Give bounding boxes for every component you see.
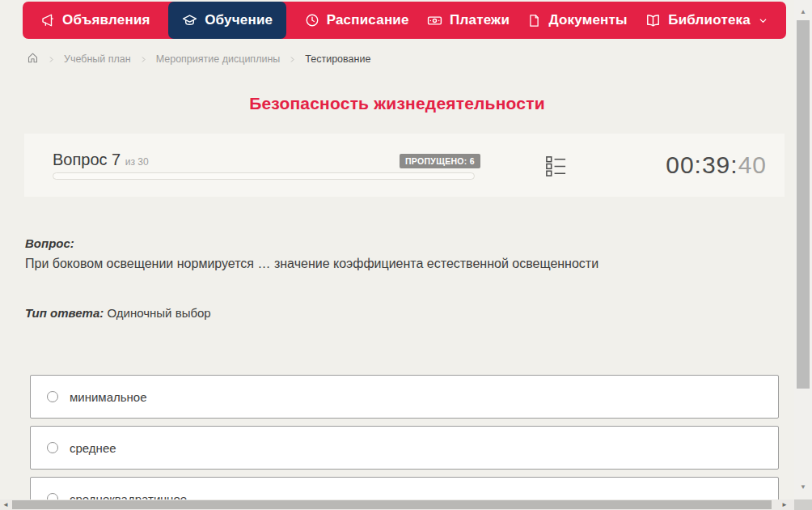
vertical-scrollbar[interactable]: ▲ ▼ — [794, 0, 812, 499]
nav-item-label: Обучение — [205, 12, 273, 28]
scroll-down-icon[interactable]: ▼ — [794, 483, 812, 491]
answer-type-value: Одиночный выбор — [107, 306, 210, 320]
question-total: из 30 — [125, 156, 149, 168]
answer-option[interactable]: минимальное — [30, 375, 779, 419]
page-title: Безопасность жизнедеятельности — [0, 94, 794, 113]
answer-option[interactable]: среднее — [30, 426, 779, 470]
nav-item-announcements[interactable]: Объявления — [40, 2, 150, 39]
scroll-up-icon[interactable]: ▲ — [794, 8, 812, 16]
megaphone-icon — [40, 13, 55, 28]
chevron-down-icon — [758, 15, 768, 26]
question-text: При боковом освещении нормируется … знач… — [25, 257, 753, 271]
question-label: Вопрос: — [25, 236, 74, 250]
nav-item-education[interactable]: Обучение — [168, 2, 286, 39]
document-icon — [527, 14, 541, 28]
progress-bar — [53, 172, 475, 180]
horizontal-scrollbar[interactable]: ◄ ► — [0, 499, 794, 510]
chevron-right-icon — [140, 56, 147, 63]
radio-icon[interactable] — [47, 442, 58, 453]
book-icon — [645, 13, 661, 28]
test-page: Объявления Обучение Расписание Платежи Д… — [0, 0, 812, 510]
nav-item-label: Платежи — [450, 12, 510, 28]
skipped-badge: ПРОПУЩЕНО: 6 — [400, 154, 480, 168]
breadcrumb-link-discipline-event[interactable]: Мероприятие дисциплины — [156, 53, 281, 65]
scroll-right-icon[interactable]: ► — [781, 499, 788, 510]
nav-item-library[interactable]: Библиотека — [645, 2, 768, 39]
scrollbar-corner — [794, 499, 812, 510]
chevron-right-icon — [289, 56, 296, 63]
banknote-icon — [427, 13, 442, 28]
answer-option-label: минимальное — [70, 390, 147, 404]
timer-separator: : — [730, 151, 738, 178]
nav-item-label: Документы — [548, 12, 627, 28]
nav-item-label: Библиотека — [668, 12, 751, 28]
breadcrumb: Учебный план Мероприятие дисциплины Тест… — [27, 51, 370, 67]
question-number: Вопрос 7 из 30 — [53, 151, 149, 169]
horizontal-scrollbar-thumb[interactable] — [12, 500, 772, 509]
question-list-icon[interactable] — [544, 154, 568, 181]
nav-item-documents[interactable]: Документы — [527, 2, 627, 39]
timer: 00:39:40 — [666, 151, 767, 179]
graduation-cap-icon — [182, 13, 197, 28]
nav-item-label: Расписание — [327, 12, 409, 28]
scroll-left-icon[interactable]: ◄ — [2, 499, 9, 510]
vertical-scrollbar-thumb[interactable] — [797, 20, 810, 389]
nav-item-schedule[interactable]: Расписание — [305, 2, 409, 39]
timer-seconds: 40 — [738, 151, 767, 178]
breadcrumb-current-testing: Тестирование — [305, 53, 370, 65]
nav-item-label: Объявления — [62, 12, 150, 28]
answer-type-label: Тип ответа: — [25, 306, 104, 320]
chevron-right-icon — [48, 56, 55, 63]
radio-icon[interactable] — [47, 391, 58, 402]
answer-option-label: среднее — [70, 441, 116, 455]
home-icon[interactable] — [27, 52, 39, 66]
clock-icon — [305, 13, 319, 28]
top-navigation: Объявления Обучение Расписание Платежи Д… — [23, 2, 786, 39]
question-header-card: Вопрос 7 из 30 ПРОПУЩЕНО: 6 00:39:40 — [24, 134, 785, 197]
timer-hours-minutes: 00:39 — [666, 151, 730, 178]
nav-item-payments[interactable]: Платежи — [427, 2, 510, 39]
answer-type-row: Тип ответа: Одиночный выбор — [25, 306, 211, 320]
breadcrumb-link-study-plan[interactable]: Учебный план — [64, 53, 131, 65]
answer-options: минимальное среднее среднеквадратичное — [30, 375, 779, 510]
